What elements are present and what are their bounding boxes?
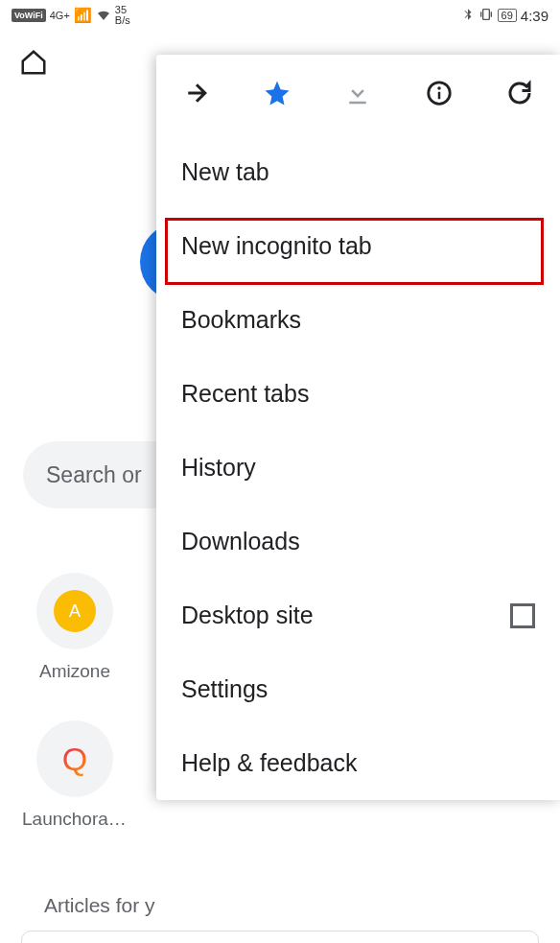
shortcut-letter-icon: A: [54, 590, 96, 632]
shortcut-launchora[interactable]: Q Launchora -…: [27, 720, 123, 830]
svg-rect-3: [437, 92, 440, 100]
menu-desktop-site-label: Desktop site: [181, 601, 314, 629]
shortcut-amizone[interactable]: A Amizone: [27, 573, 123, 682]
menu-downloads[interactable]: Downloads: [156, 505, 560, 578]
menu-help-feedback[interactable]: Help & feedback: [156, 726, 560, 800]
svg-rect-0: [482, 9, 489, 19]
shortcut-label: Launchora -…: [22, 809, 128, 830]
signal-icon: 📶: [74, 7, 92, 24]
menu-settings[interactable]: Settings: [156, 652, 560, 726]
bookmark-star-icon[interactable]: [263, 79, 292, 111]
site-shortcuts: A Amizone Q Launchora -…: [27, 573, 123, 830]
info-icon[interactable]: [425, 79, 454, 111]
download-icon[interactable]: [343, 79, 372, 111]
bluetooth-icon: [461, 8, 475, 24]
menu-recent-tabs[interactable]: Recent tabs: [156, 357, 560, 431]
clock: 4:39: [521, 8, 548, 24]
network-type: 4G+: [50, 10, 70, 21]
net-speed: 35B/s: [115, 5, 130, 26]
vowifi-badge: VoWiFi: [12, 9, 46, 22]
svg-point-2: [437, 86, 441, 90]
reload-icon[interactable]: [505, 79, 534, 111]
info-card-covid[interactable]: Coronavirus (COVID-19) Get the latest in…: [21, 931, 539, 943]
status-bar: VoWiFi 4G+ 📶 35B/s 69 4:39: [0, 0, 560, 31]
menu-bookmarks[interactable]: Bookmarks: [156, 283, 560, 357]
shortcut-label: Amizone: [39, 661, 110, 682]
battery-level: 69: [498, 9, 517, 22]
wifi-icon: [96, 7, 111, 25]
forward-icon[interactable]: [182, 79, 211, 111]
vibrate-icon: [478, 7, 494, 25]
menu-history[interactable]: History: [156, 431, 560, 505]
menu-new-incognito-tab[interactable]: New incognito tab: [156, 209, 560, 283]
home-icon[interactable]: [19, 48, 48, 81]
menu-new-tab[interactable]: New tab: [156, 135, 560, 209]
shortcut-letter-icon: Q: [62, 741, 87, 778]
articles-heading: Articles for y: [44, 894, 155, 917]
overflow-menu: New tab New incognito tab Bookmarks Rece…: [156, 55, 560, 800]
desktop-site-checkbox[interactable]: [510, 603, 535, 628]
menu-desktop-site[interactable]: Desktop site: [156, 578, 560, 652]
